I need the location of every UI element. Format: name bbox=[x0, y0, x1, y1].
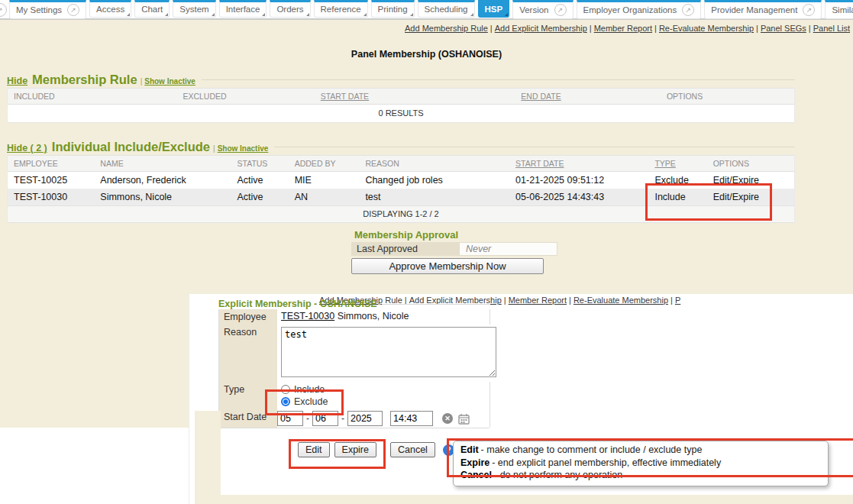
show-inactive-link[interactable]: Show Inactive bbox=[144, 77, 195, 86]
last-approved-row: Last Approved Never bbox=[351, 242, 557, 256]
start-date-day-input[interactable] bbox=[312, 411, 338, 426]
column-header-type[interactable]: TYPE bbox=[654, 159, 675, 168]
hide-individual-link[interactable]: Hide ( 2 ) bbox=[7, 143, 47, 153]
column-header-employee: EMPLOYEE bbox=[8, 156, 94, 171]
edit-button[interactable]: Edit bbox=[298, 442, 330, 457]
last-approved-label: Last Approved bbox=[351, 242, 459, 256]
cell-type: Exclude bbox=[648, 172, 706, 189]
expire-button[interactable]: Expire bbox=[334, 442, 376, 457]
start-date-year-input[interactable] bbox=[347, 411, 383, 426]
clear-date-icon[interactable]: ✕ bbox=[442, 413, 453, 424]
date-separator: - bbox=[306, 413, 309, 424]
explicit-membership-form: Employee TEST-10030 Simmons, Nicole Reas… bbox=[218, 309, 490, 428]
link-panel-segs[interactable]: Panel SEGs bbox=[761, 24, 806, 33]
tab-reference[interactable]: Reference bbox=[314, 0, 368, 18]
tab-printing[interactable]: Printing bbox=[371, 0, 415, 18]
top-tab-bar: ↗ My Settings ↗ Access Chart System Inte… bbox=[0, 0, 853, 20]
table-row: TEST-10030 Simmons, Nicole Active AN tes… bbox=[8, 189, 794, 205]
external-link-icon[interactable]: ↗ bbox=[682, 4, 694, 16]
radio-checked-icon[interactable] bbox=[281, 397, 290, 406]
explicit-membership-title: Explicit Membership - OSHANOISE bbox=[218, 299, 377, 309]
tab-system[interactable]: System bbox=[173, 0, 215, 18]
menu-corner-icon bbox=[165, 13, 168, 16]
approve-membership-now-button[interactable]: Approve Membership Now bbox=[351, 258, 544, 274]
radio-unchecked-icon[interactable] bbox=[281, 385, 290, 394]
tab-label: Scheduling bbox=[425, 4, 468, 15]
separator: | bbox=[652, 24, 659, 33]
tab-label: Version bbox=[519, 5, 548, 15]
external-link-icon[interactable]: ↗ bbox=[554, 4, 567, 16]
cell-options-edit-expire[interactable]: Edit/Expire bbox=[707, 172, 794, 189]
tab-employer-organizations[interactable]: Employer Organizations ↗ bbox=[577, 0, 702, 19]
calendar-icon[interactable] bbox=[458, 413, 470, 425]
tab-label: Provider Management bbox=[711, 5, 797, 15]
hide-membership-rule-link[interactable]: Hide bbox=[7, 76, 27, 86]
link-add-membership-rule[interactable]: Add Membership Rule bbox=[405, 24, 488, 33]
link-re-evaluate-membership[interactable]: Re-Evaluate Membership bbox=[659, 24, 754, 33]
cell-added-by: AN bbox=[289, 189, 360, 205]
buttons-help-tooltip: Edit- make change to comment or include … bbox=[453, 441, 829, 486]
column-header-start-date[interactable]: START DATE bbox=[321, 92, 369, 101]
tab-chart[interactable]: Chart bbox=[134, 0, 170, 18]
column-header-start-date[interactable]: START DATE bbox=[515, 159, 564, 168]
cell-name: Anderson, Frederick bbox=[94, 172, 231, 189]
action-links-row: Add Membership Rule|Add Explicit Members… bbox=[405, 24, 850, 33]
membership-rule-title: Membership Rule bbox=[32, 73, 137, 87]
start-date-month-input[interactable] bbox=[277, 411, 303, 426]
column-header-options: OPTIONS bbox=[707, 156, 794, 171]
link-clipped[interactable]: P bbox=[675, 296, 680, 305]
date-separator: - bbox=[341, 413, 344, 424]
separator: | bbox=[141, 77, 143, 86]
separator: | bbox=[668, 296, 675, 305]
link-panel-list[interactable]: Panel List bbox=[813, 24, 850, 33]
link-member-report[interactable]: Member Report bbox=[594, 24, 652, 33]
paging-status: DISPLAYING 1-2 / 2 bbox=[8, 205, 794, 223]
external-link-icon[interactable]: ↗ bbox=[0, 3, 7, 17]
tab-access[interactable]: Access bbox=[89, 0, 131, 18]
cancel-button[interactable]: Cancel bbox=[390, 442, 435, 457]
page-title: Panel Membership (OSHANOISE) bbox=[0, 49, 853, 60]
cell-reason: test bbox=[359, 189, 509, 205]
individual-table: EMPLOYEE NAME STATUS ADDED BY REASON STA… bbox=[7, 155, 795, 223]
external-link-icon[interactable]: ↗ bbox=[67, 4, 79, 16]
explicit-membership-legend: Explicit Membership - OSHANOISE bbox=[218, 299, 490, 309]
start-date-time-input[interactable] bbox=[390, 411, 433, 426]
tab-label: Similar Exposure Groups (SEGs) bbox=[832, 5, 853, 15]
employee-id-link[interactable]: TEST-10030 bbox=[281, 311, 334, 321]
type-option-include[interactable]: Include bbox=[281, 383, 486, 396]
tab-orders[interactable]: Orders bbox=[270, 0, 310, 18]
cell-start-date: 01-21-2025 09:51:12 bbox=[509, 172, 648, 189]
link-member-report[interactable]: Member Report bbox=[509, 296, 567, 305]
tab-similar-exposure-groups[interactable]: Similar Exposure Groups (SEGs) ↗ bbox=[825, 0, 853, 19]
menu-corner-icon bbox=[212, 13, 215, 16]
column-header-options: OPTIONS bbox=[661, 89, 794, 104]
background-strip bbox=[195, 495, 853, 504]
separator: | bbox=[567, 296, 574, 305]
tab-version[interactable]: Version ↗ bbox=[512, 0, 573, 19]
reason-row: Reason test bbox=[219, 325, 490, 382]
explicit-membership-fieldset: Explicit Membership - OSHANOISE Employee… bbox=[218, 299, 490, 428]
column-header-end-date[interactable]: END DATE bbox=[521, 92, 561, 101]
menu-corner-icon bbox=[127, 13, 130, 16]
cell-options-edit-expire[interactable]: Edit/Expire bbox=[707, 189, 794, 205]
link-add-explicit-membership[interactable]: Add Explicit Membership bbox=[495, 24, 587, 33]
tab-interface[interactable]: Interface bbox=[219, 0, 267, 18]
legend-divider bbox=[382, 304, 490, 305]
link-re-evaluate-membership[interactable]: Re-Evaluate Membership bbox=[574, 296, 668, 305]
radio-label: Include bbox=[294, 384, 325, 395]
show-inactive-link[interactable]: Show Inactive bbox=[218, 144, 269, 153]
individual-legend: Hide ( 2 ) Individual Include/Exclude | … bbox=[7, 140, 795, 154]
type-option-exclude[interactable]: Exclude bbox=[281, 396, 486, 408]
tooltip-line-edit: Edit- make change to comment or include … bbox=[460, 444, 821, 457]
separator: | bbox=[213, 144, 215, 153]
tab-provider-management[interactable]: Provider Management ↗ bbox=[704, 0, 822, 19]
reason-textarea[interactable]: test bbox=[281, 327, 496, 377]
employee-value: TEST-10030 Simmons, Nicole bbox=[277, 309, 490, 325]
external-link-icon[interactable]: ↗ bbox=[803, 4, 815, 16]
tab-my-settings[interactable]: My Settings ↗ bbox=[9, 0, 86, 19]
separator: | bbox=[754, 24, 761, 33]
cell-type: Include bbox=[648, 189, 706, 205]
tab-hsp[interactable]: HSP bbox=[478, 0, 510, 18]
tab-scheduling[interactable]: Scheduling bbox=[418, 0, 475, 18]
menu-corner-icon bbox=[470, 13, 473, 16]
